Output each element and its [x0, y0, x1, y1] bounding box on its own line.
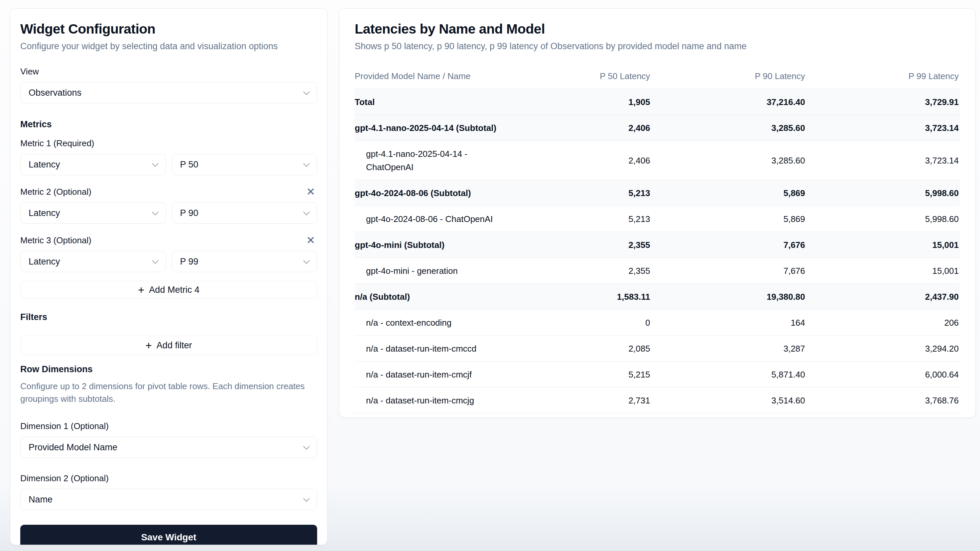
chevron-down-icon: [303, 495, 310, 502]
add-metric-label: Add Metric 4: [149, 285, 199, 295]
p50-cell: 5,215: [515, 362, 650, 387]
row-dimensions-description: Configure up to 2 dimensions for pivot t…: [20, 380, 313, 405]
p90-cell: 5,871.40: [650, 362, 805, 387]
p50-cell: 0: [515, 310, 650, 336]
p99-cell: 5,998.60: [805, 206, 960, 232]
filters-section-label: Filters: [20, 312, 317, 322]
dimension-1-label: Dimension 1 (Optional): [20, 421, 317, 431]
column-header-p50: P 50 Latency: [515, 63, 650, 89]
column-header-p99: P 99 Latency: [805, 63, 960, 89]
p99-cell: 206: [805, 310, 960, 336]
close-icon: ✕: [306, 186, 315, 198]
latency-pivot-table: Provided Model Name / Name P 50 Latency …: [355, 63, 960, 418]
metric-2-measure-value: Latency: [29, 208, 60, 218]
p50-cell: 5,213: [515, 180, 650, 206]
p99-cell: 3,768.76: [805, 387, 960, 413]
p90-cell: 3,287: [650, 336, 805, 362]
table-row: gpt-4.1-nano-2025-04-14 - ChatOpenAI2,40…: [355, 141, 960, 180]
p50-cell: 2,406: [515, 141, 650, 180]
metric-3-aggregation-value: P 99: [180, 257, 199, 267]
p50-cell: 2,407: [515, 413, 650, 418]
table-row: n/a (Subtotal)1,583.1119,380.802,437.90: [355, 284, 960, 310]
dimension-2-label: Dimension 2 (Optional): [20, 473, 317, 484]
row-name-cell: gpt-4o-mini (Subtotal): [355, 232, 515, 258]
p99-cell: 15,001: [805, 258, 960, 284]
dimension-2-value: Name: [29, 494, 52, 505]
row-name-cell: n/a - dataset-run-item-cmcjf: [355, 362, 515, 387]
view-label: View: [20, 67, 317, 77]
table-row: gpt-4.1-nano-2025-04-14 (Subtotal)2,4063…: [355, 115, 960, 141]
p50-cell: 2,355: [515, 258, 650, 284]
add-filter-button[interactable]: + Add filter: [20, 336, 317, 355]
metric-2-header: Metric 2 (Optional) ✕: [20, 186, 317, 197]
chevron-down-icon: [152, 209, 159, 215]
p50-cell: 2,085: [515, 336, 650, 362]
save-widget-button[interactable]: Save Widget: [20, 525, 317, 545]
dimension-2-select[interactable]: Name: [20, 489, 317, 510]
preview-panel-subtitle: Shows p 50 latency, p 90 latency, p 99 l…: [355, 41, 960, 52]
metric-2-aggregation-select[interactable]: P 90: [172, 202, 317, 224]
add-metric-button[interactable]: + Add Metric 4: [20, 281, 317, 299]
row-name-cell: n/a - dataset-run-item-cmccd: [355, 336, 515, 362]
table-row: Total1,90537,216.403,729.91: [355, 89, 960, 115]
view-select[interactable]: Observations: [20, 82, 317, 103]
metric-1-aggregation-select[interactable]: P 50: [172, 154, 317, 175]
p90-cell: 7,676: [650, 258, 805, 284]
p50-cell: 2,406: [515, 115, 650, 141]
row-name-cell: gpt-4o-2024-08-06 (Subtotal): [355, 180, 515, 206]
remove-metric-3-button[interactable]: ✕: [304, 235, 317, 246]
p90-cell: 19,380.80: [650, 284, 805, 310]
p99-cell: 2,437.90: [805, 284, 960, 310]
table-row: n/a - dataset-run-item-cmccd2,0853,2873,…: [355, 336, 960, 362]
dimension-1-select[interactable]: Provided Model Name: [20, 437, 317, 458]
p50-cell: 1,905: [515, 89, 650, 115]
row-name-cell: n/a (Subtotal): [355, 284, 515, 310]
row-name-cell: gpt-4.1-nano-2025-04-14 - ChatOpenAI: [355, 141, 515, 180]
p99-cell: 6,000.64: [805, 362, 960, 387]
add-filter-label: Add filter: [157, 340, 192, 351]
table-row: gpt-4o-mini - generation2,3557,67615,001: [355, 258, 960, 284]
p99-cell: 3,723.14: [805, 115, 960, 141]
row-name-cell: gpt-4.1-nano-2025-04-14 (Subtotal): [355, 115, 515, 141]
column-header-name: Provided Model Name / Name: [355, 63, 515, 89]
p99-cell: 3,729.91: [805, 89, 960, 115]
metric-3-row: Latency P 99: [20, 246, 317, 272]
config-panel-title: Widget Configuration: [20, 21, 317, 37]
p90-cell: 3,514.60: [650, 387, 805, 413]
p90-cell: 3,285.60: [650, 115, 805, 141]
chevron-down-icon: [303, 257, 310, 264]
p99-cell: 2,975.48: [805, 413, 960, 418]
metric-3-measure-select[interactable]: Latency: [20, 251, 166, 272]
row-name-cell: n/a - dataset-run-item-cmcky: [355, 413, 515, 418]
close-icon: ✕: [306, 234, 315, 246]
plus-icon: +: [138, 284, 144, 295]
table-row: n/a - dataset-run-item-cmcky2,4072,844.8…: [355, 413, 960, 418]
table-row: gpt-4o-2024-08-06 - ChatOpenAI5,2135,869…: [355, 206, 960, 232]
metric-2-label: Metric 2 (Optional): [20, 187, 91, 197]
row-name-cell: n/a - context-encoding: [355, 310, 515, 336]
row-dimensions-section-label: Row Dimensions: [20, 364, 317, 375]
chevron-down-icon: [152, 160, 159, 167]
metric-2-row: Latency P 90: [20, 197, 317, 224]
p90-cell: 5,869: [650, 206, 805, 232]
metric-2-measure-select[interactable]: Latency: [20, 202, 166, 224]
row-name-cell: n/a - dataset-run-item-cmcjg: [355, 387, 515, 413]
table-row: n/a - context-encoding0164206: [355, 310, 960, 336]
config-panel-subtitle: Configure your widget by selecting data …: [20, 41, 317, 52]
widget-configuration-panel: Widget Configuration Configure your widg…: [10, 8, 328, 545]
metric-1-label: Metric 1 (Required): [20, 138, 317, 149]
p90-cell: 2,844.80: [650, 413, 805, 418]
table-row: n/a - dataset-run-item-cmcjg2,7313,514.6…: [355, 387, 960, 413]
p50-cell: 2,731: [515, 387, 650, 413]
metric-1-measure-select[interactable]: Latency: [20, 154, 166, 175]
metric-1-aggregation-value: P 50: [180, 159, 199, 170]
chevron-down-icon: [303, 160, 310, 167]
metric-3-aggregation-select[interactable]: P 99: [172, 251, 317, 272]
metric-1-row: Latency P 50: [20, 149, 317, 175]
p99-cell: 3,294.20: [805, 336, 960, 362]
p90-cell: 5,869: [650, 180, 805, 206]
remove-metric-2-button[interactable]: ✕: [304, 186, 317, 197]
dimension-1-value: Provided Model Name: [29, 442, 117, 453]
preview-panel-title: Latencies by Name and Model: [355, 21, 960, 37]
p90-cell: 3,285.60: [650, 141, 805, 180]
